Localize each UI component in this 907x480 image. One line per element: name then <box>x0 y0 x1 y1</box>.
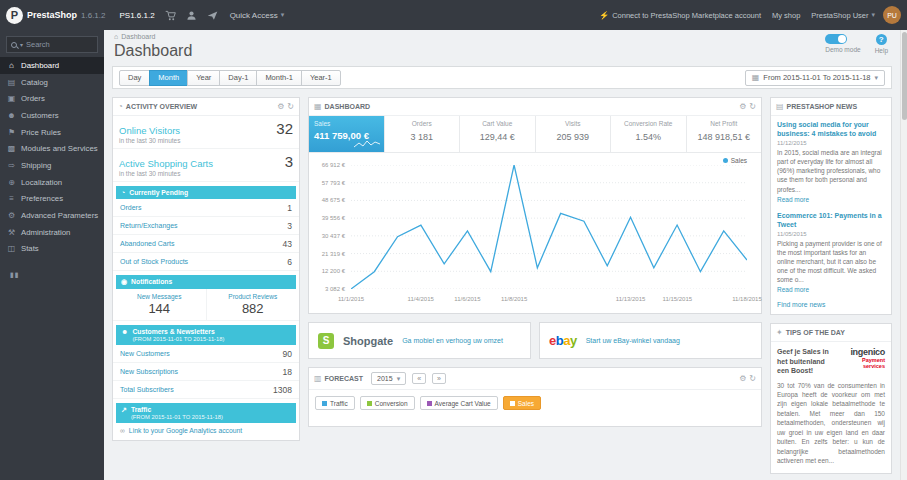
gear-icon[interactable]: ⚙ <box>739 102 746 111</box>
kpi-value: 1.54% <box>616 132 681 142</box>
news-article-body: Picking a payment provider is one of the… <box>777 239 885 284</box>
online-visitors-sub: in the last 30 minutes <box>113 137 299 149</box>
prestashop-logo[interactable]: P PrestaShop 1.6.1.2 <box>6 7 105 24</box>
news-article-title[interactable]: Using social media for your business: 4 … <box>777 120 885 138</box>
ingenico-subtitle: Payment services <box>839 357 885 369</box>
scrollbar-thumb[interactable] <box>902 32 907 120</box>
new-subscriptions-link[interactable]: New Subscriptions <box>120 368 178 375</box>
sidebar-item-customers[interactable]: ☻ Customers <box>0 107 104 124</box>
toggle-switch[interactable] <box>825 34 847 44</box>
sidebar-item-preferences[interactable]: ≡ Preferences <box>0 191 104 208</box>
filter-year-button[interactable]: Year <box>187 70 220 86</box>
total-subscribers-link[interactable]: Total Subscribers <box>120 386 174 393</box>
filter-day-button[interactable]: Day <box>119 70 150 86</box>
kpi-sales[interactable]: Sales 411 759,00 € <box>309 116 385 152</box>
trend-icon: ↗ <box>121 406 127 414</box>
filter-month-1-button[interactable]: Month-1 <box>256 70 302 86</box>
news-article-title[interactable]: Ecommerce 101: Payments in a Tweet <box>777 211 885 229</box>
tips-panel-title: TIPS OF THE DAY <box>786 329 845 336</box>
filter-year-1-button[interactable]: Year-1 <box>301 70 341 86</box>
my-shop-link[interactable]: My shop <box>772 11 800 20</box>
year-select[interactable]: 2015 ▾ <box>371 372 406 385</box>
shopgate-link[interactable]: Ga mobiel en verhoog uw omzet <box>402 337 503 344</box>
user-menu[interactable]: PrestaShop User ▾ <box>811 11 875 20</box>
gear-icon[interactable]: ⚙ <box>277 102 284 111</box>
tips-heading: Geef je Sales in het buitenland een Boos… <box>777 347 835 375</box>
read-more-link[interactable]: Read more <box>777 196 885 203</box>
gear-icon[interactable]: ⚙ <box>739 374 746 383</box>
date-range-picker[interactable]: ▦ From 2015-11-01 To 2015-11-18 ▾ <box>745 70 885 86</box>
dashboard-panel-title: DASHBOARD <box>325 103 371 110</box>
sidebar-item-administration[interactable]: ⚒ Administration <box>0 224 104 241</box>
page-scrollbar[interactable] <box>900 30 907 480</box>
new-messages-link[interactable]: New Messages <box>115 293 204 300</box>
kpi-value: 148 918,51 € <box>692 132 757 142</box>
online-visitors-label[interactable]: Online Visitors <box>119 125 180 136</box>
abandoned-carts-link[interactable]: Abandoned Carts <box>120 240 174 247</box>
sidebar-item-label: Catalog <box>21 78 48 87</box>
kpi-orders[interactable]: Orders 3 181 <box>385 116 461 152</box>
tips-of-the-day-panel: ✦ TIPS OF THE DAY Geef je Sales in het b… <box>770 323 892 474</box>
returns-link[interactable]: Return/Exchanges <box>120 222 178 229</box>
customers-newsletters-header: ☻ Customers & Newsletters (FROM 2015-11-… <box>116 325 296 345</box>
new-customers-link[interactable]: New Customers <box>120 350 170 357</box>
orders-link[interactable]: Orders <box>120 204 141 211</box>
chevron-down-icon[interactable]: ▾ <box>20 41 23 48</box>
y-tick-label: 21 319 € <box>322 251 345 257</box>
ebay-link[interactable]: Start uw eBay-winkel vandaag <box>586 337 680 344</box>
google-analytics-link[interactable]: ∞ Link to your Google Analytics account <box>113 423 299 440</box>
sidebar-item-localization[interactable]: ⊕ Localization <box>0 174 104 191</box>
filter-day-1-button[interactable]: Day-1 <box>219 70 257 86</box>
cart-icon[interactable] <box>165 10 176 21</box>
sidebar-item-label: Stats <box>21 244 39 253</box>
y-tick-label: 66 912 € <box>322 162 345 168</box>
forecast-chip-sales[interactable]: Sales <box>503 396 541 410</box>
forecast-chip-traffic[interactable]: Traffic <box>315 396 355 410</box>
shop-name-link[interactable]: PS1.6.1.2 <box>119 11 154 20</box>
ingenico-name: ingenico <box>839 347 885 357</box>
filter-month-button[interactable]: Month <box>149 70 188 86</box>
active-carts-label[interactable]: Active Shopping Carts <box>119 158 213 169</box>
sidebar-item-catalog[interactable]: ▤ Catalog <box>0 74 104 91</box>
sidebar-item-stats[interactable]: ◫ Stats <box>0 241 104 258</box>
quick-access-menu[interactable]: Quick Access ▾ <box>230 11 285 20</box>
active-carts-sub: in the last 30 minutes <box>113 170 299 182</box>
search-input[interactable] <box>26 40 93 49</box>
kpi-conversion-rate[interactable]: Conversion Rate 1.54% <box>611 116 687 152</box>
refresh-icon[interactable]: ↻ <box>749 374 756 383</box>
prev-year-button[interactable]: « <box>412 373 426 384</box>
kpi-visits[interactable]: Visits 205 939 <box>536 116 612 152</box>
avatar[interactable]: PU <box>883 6 901 24</box>
marketplace-link[interactable]: ⚡ Connect to PrestaShop Marketplace acco… <box>599 11 761 20</box>
forecast-chip-conversion[interactable]: Conversion <box>360 396 415 410</box>
messages-send-icon[interactable] <box>207 10 218 21</box>
sidebar-item-price-rules[interactable]: ⚑ Price Rules <box>0 124 104 141</box>
new-subscriptions-row: New Subscriptions 18 <box>113 363 299 381</box>
sidebar-item-shipping[interactable]: ⇨ Shipping <box>0 157 104 174</box>
sidebar-item-dashboard[interactable]: ⌂ Dashboard <box>0 57 104 74</box>
demo-mode-toggle[interactable]: Demo mode <box>825 34 860 53</box>
sidebar-search[interactable]: ▾ <box>6 36 98 53</box>
forecast-chip-average-cart-value[interactable]: Average Cart Value <box>420 396 498 410</box>
chip-label: Sales <box>518 400 534 407</box>
out-of-stock-link[interactable]: Out of Stock Products <box>120 258 188 265</box>
find-more-news-link[interactable]: Find more news <box>777 301 885 308</box>
help-button[interactable]: ? Help <box>875 34 888 54</box>
sidebar-item-orders[interactable]: ▣ Orders <box>0 90 104 107</box>
sidebar-item-label: Customers <box>21 111 59 120</box>
customers-notification-icon[interactable] <box>186 10 197 21</box>
sidebar-item-modules[interactable]: ▩ Modules and Services <box>0 140 104 157</box>
sidebar-collapse-button[interactable]: ▮▮ <box>10 271 104 279</box>
read-more-link[interactable]: Read more <box>777 286 885 293</box>
traffic-title: Traffic <box>131 406 223 413</box>
product-reviews-link[interactable]: Product Reviews <box>209 293 298 300</box>
refresh-icon[interactable]: ↻ <box>749 102 756 111</box>
kpi-net-profit[interactable]: Net Profit 148 918,51 € <box>687 116 762 152</box>
breadcrumb-label: Dashboard <box>121 33 155 40</box>
date-filter-bar: Day Month Year Day-1 Month-1 Year-1 ▦ Fr… <box>112 66 892 89</box>
sidebar-item-advanced-parameters[interactable]: ⚙ Advanced Parameters <box>0 207 104 224</box>
next-year-button[interactable]: » <box>432 373 446 384</box>
kpi-cart-value[interactable]: Cart Value 129,44 € <box>460 116 536 152</box>
breadcrumb[interactable]: ⌂ Dashboard <box>114 33 890 40</box>
refresh-icon[interactable]: ↻ <box>287 102 294 111</box>
